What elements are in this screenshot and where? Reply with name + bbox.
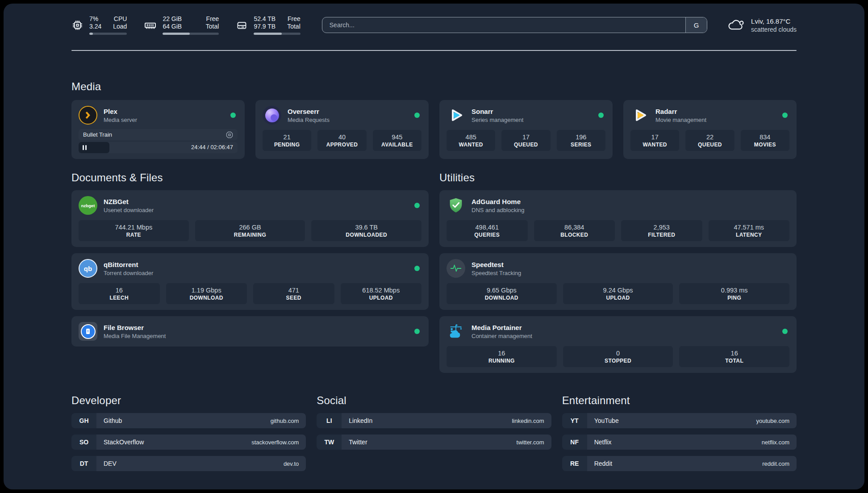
- plex-icon: [79, 106, 97, 125]
- app-name: NZBGet: [104, 197, 408, 206]
- app-name: File Browser: [104, 323, 408, 332]
- link-dev-to[interactable]: DT DEV dev.to: [71, 456, 306, 471]
- link-url: linkedin.com: [512, 418, 544, 424]
- app-name: Speedtest: [472, 260, 789, 269]
- cpu-load-value: 3.24: [89, 23, 101, 30]
- header-divider: [71, 50, 797, 51]
- link-youtube[interactable]: YT YouTube youtube.com: [562, 413, 797, 428]
- section-title-entertainment: Entertainment: [562, 394, 797, 407]
- media-source-icon[interactable]: [226, 131, 233, 138]
- link-url: dev.to: [284, 460, 299, 467]
- link-abbr: RE: [562, 456, 587, 471]
- stat-wanted: 485 WANTED: [447, 130, 495, 151]
- search-input[interactable]: [322, 17, 685, 33]
- link-abbr: LI: [317, 413, 342, 428]
- speedtest-icon: [447, 259, 465, 278]
- sonarr-card[interactable]: Sonarr Series management 485 WANTED 17 Q…: [439, 100, 613, 159]
- playback-time: 24:44 / 02:06:47: [191, 144, 233, 150]
- section-title-utilities: Utilities: [439, 171, 797, 184]
- stat-pending: 21 PENDING: [263, 130, 311, 151]
- link-netflix[interactable]: NF Netflix netflix.com: [562, 435, 797, 450]
- section-title-developer: Developer: [71, 394, 306, 407]
- link-twitter[interactable]: TW Twitter twitter.com: [317, 435, 551, 450]
- plex-card[interactable]: Plex Media server Bullet Train 24:44 / 0…: [71, 100, 245, 159]
- qbittorrent-icon: qb: [79, 259, 97, 278]
- app-desc: Container management: [472, 332, 776, 340]
- cpu-progress-bar: [89, 33, 127, 35]
- weather-condition: scattered clouds: [751, 25, 797, 33]
- status-online-dot: [782, 113, 788, 118]
- disk-stat: 52.4 TB 97.9 TB Free Total: [236, 15, 300, 35]
- adguard-icon: [447, 196, 465, 215]
- app-desc: Media File Management: [104, 332, 408, 340]
- stat-approved: 40 APPROVED: [317, 130, 366, 151]
- link-name: StackOverflow: [104, 439, 144, 446]
- nzbget-card[interactable]: nzbget NZBGet Usenet downloader 744.21 M…: [71, 190, 429, 247]
- link-name: Netflix: [594, 439, 612, 446]
- link-reddit[interactable]: RE Reddit reddit.com: [562, 456, 797, 471]
- link-url: netflix.com: [762, 439, 789, 446]
- ram-progress-bar: [163, 33, 219, 35]
- link-github[interactable]: GH Github github.com: [71, 413, 306, 428]
- weather-location-temp: Lviv, 16.87°C: [751, 17, 797, 25]
- adguard-card[interactable]: AdGuard Home DNS and adblocking 498,461 …: [439, 190, 797, 247]
- weather-widget: Lviv, 16.87°C scattered clouds: [727, 17, 797, 33]
- portainer-card[interactable]: Media Portainer Container management 16 …: [439, 316, 797, 373]
- link-name: LinkedIn: [349, 417, 372, 424]
- stat-queries: 498,461 QUERIES: [447, 220, 528, 241]
- app-name: Radarr: [655, 107, 776, 116]
- stat-upload: 618.52 Mbps UPLOAD: [341, 283, 422, 304]
- radarr-icon: [630, 106, 649, 125]
- status-online-dot: [782, 329, 788, 334]
- disk-progress-bar: [254, 33, 300, 35]
- section-title-documents: Documents & Files: [71, 171, 429, 184]
- stat-filtered: 2,953 FILTERED: [621, 220, 702, 241]
- radarr-card[interactable]: Radarr Movie management 17 WANTED 22 QUE…: [623, 100, 797, 159]
- app-name: qBittorrent: [104, 260, 408, 269]
- stat-remaining: 266 GB REMAINING: [195, 220, 305, 241]
- link-name: Github: [104, 417, 122, 424]
- link-url: reddit.com: [762, 460, 789, 467]
- search-engine-button[interactable]: G: [685, 17, 707, 33]
- app-desc: Series management: [472, 116, 592, 124]
- link-abbr: SO: [71, 435, 96, 450]
- disk-free-value: 52.4 TB: [254, 15, 275, 23]
- app-desc: DNS and adblocking: [472, 206, 789, 214]
- app-desc: Media Requests: [288, 116, 408, 124]
- link-abbr: YT: [562, 413, 587, 428]
- top-bar: 7% 3.24 CPU Load: [71, 15, 797, 35]
- stat-download: 1.19 Gbps DOWNLOAD: [166, 283, 247, 304]
- disk-free-label: Free: [287, 15, 300, 23]
- link-linkedin[interactable]: LI LinkedIn linkedin.com: [317, 413, 551, 428]
- stat-stopped: 0 STOPPED: [563, 346, 673, 367]
- speedtest-card[interactable]: Speedtest Speedtest Tracking 9.65 Gbps D…: [439, 253, 797, 310]
- pause-button[interactable]: [83, 145, 87, 150]
- stat-rate: 744.21 Mbps RATE: [79, 220, 189, 241]
- cpu-usage-value: 7%: [89, 15, 101, 23]
- status-online-dot: [598, 113, 604, 118]
- filebrowser-card[interactable]: File Browser Media File Management: [71, 316, 429, 347]
- ram-free-value: 22 GiB: [163, 15, 182, 23]
- app-name: Sonarr: [472, 107, 592, 116]
- stat-wanted: 17 WANTED: [630, 130, 679, 151]
- stat-ping: 0.993 ms PING: [679, 283, 789, 304]
- dashboard-panel: 7% 3.24 CPU Load: [4, 4, 864, 489]
- link-name: Twitter: [349, 439, 367, 446]
- link-url: youtube.com: [756, 418, 789, 424]
- entertainment-section: Entertainment YT YouTube youtube.com NF …: [562, 394, 797, 471]
- app-name: Media Portainer: [472, 323, 776, 332]
- social-section: Social LI LinkedIn linkedin.com TW Twitt…: [317, 394, 551, 450]
- stat-latency: 47.571 ms LATENCY: [709, 220, 790, 241]
- media-grid: Plex Media server Bullet Train 24:44 / 0…: [71, 100, 797, 159]
- section-title-media: Media: [71, 80, 797, 93]
- stat-download: 9.65 Gbps DOWNLOAD: [447, 283, 557, 304]
- filebrowser-icon: [79, 322, 97, 341]
- ram-total-value: 64 GiB: [163, 23, 182, 30]
- link-stackoverflow[interactable]: SO StackOverflow stackoverflow.com: [71, 435, 306, 450]
- overseerr-card[interactable]: Overseerr Media Requests 21 PENDING 40 A…: [255, 100, 429, 159]
- qbittorrent-card[interactable]: qb qBittorrent Torrent downloader 16 LEE…: [71, 253, 429, 310]
- link-url: stackoverflow.com: [251, 439, 299, 446]
- overseerr-icon: [263, 106, 281, 125]
- app-name: Plex: [104, 107, 224, 116]
- link-url: twitter.com: [517, 439, 544, 446]
